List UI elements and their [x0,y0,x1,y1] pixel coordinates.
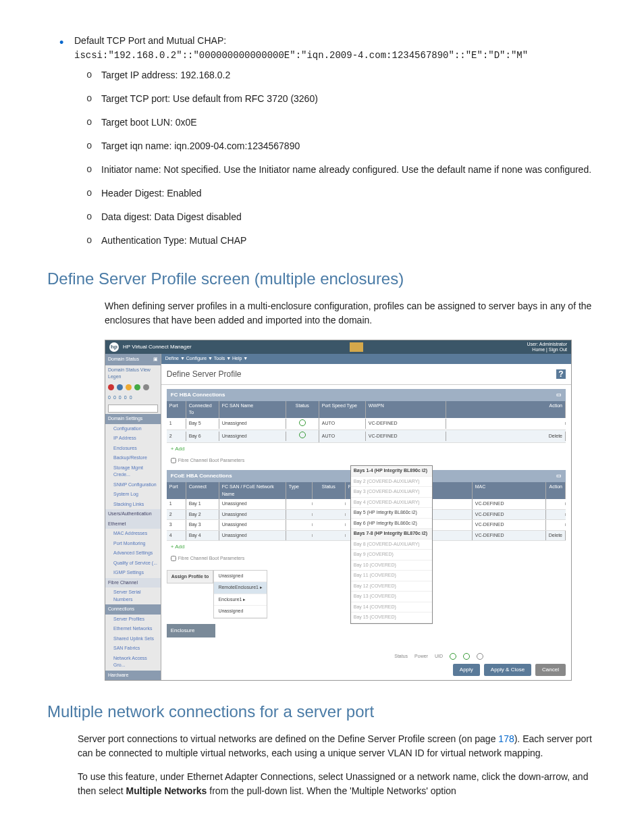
heading-multiple-network: Multiple network connections for a serve… [47,700,597,724]
sidebar-cat-fibre[interactable]: Fibre Channel [105,578,161,588]
bay-option[interactable]: Bay 3 (COVERED-AUXILIARY) [351,487,432,498]
sidebar-cat-users[interactable]: Users/Authentication [105,509,161,519]
bay-option[interactable]: Bay 12 (COVERED) [351,581,432,592]
bays-dropdown-list[interactable]: Bays 1-4 (HP Integrity BL890c i2)Bay 2 (… [350,465,433,624]
count-row: 00000 [105,392,161,404]
bay-option[interactable]: Bay 10 (COVERED) [351,561,432,571]
status-led-icon [450,653,456,660]
app-title: HP Virtual Connect Manager [123,343,192,351]
award-icon [350,342,363,352]
paragraph: To use this feature, under Ethernet Adap… [78,770,597,798]
paragraph: Server port connections to virtual netwo… [78,732,597,760]
table-row[interactable]: 2Bay 6UnassignedAUTOVC-DEFINEDDelete [167,430,566,443]
status-icon [108,384,114,390]
main-panel: Define ▼ Configure ▼ Tools ▼ Help ▼ Defi… [161,354,571,680]
heading-define-profile: Define Server Profile screen (multiple e… [47,267,597,291]
sidebar-item[interactable]: IP Address [105,434,161,444]
sidebar-domain-sub[interactable]: Domain Status View Legen [105,365,161,382]
sub-item: Data digest: Data Digest disabled [74,210,597,224]
sidebar-item[interactable]: IGMP Settings [105,568,161,578]
apply-close-button[interactable]: Apply & Close [484,664,531,676]
fc-section-header[interactable]: FC HBA Connections▭ [167,389,566,401]
apply-button[interactable]: Apply [453,664,480,676]
bold-text: Multiple Networks [126,785,207,796]
bay-option[interactable]: Bay 15 (COVERED) [351,613,432,623]
sidebar-item[interactable]: Storage Mgmt Crede... [105,463,161,480]
sidebar-section-settings[interactable]: Domain Settings [105,414,161,424]
sidebar-item[interactable]: Quality of Service (... [105,558,161,569]
menu-bar[interactable]: Define ▼ Configure ▼ Tools ▼ Help ▼ [161,354,571,364]
bay-option[interactable]: Bay 2 (COVERED-AUXILIARY) [351,477,432,488]
table-row[interactable]: 1Bay 5UnassignedAUTOVC-DEFINED [167,418,566,431]
status-icon [134,384,140,390]
home-signout-links[interactable]: Home | Sign Out [532,347,567,352]
sidebar-item[interactable]: Network Access Gro... [105,654,161,671]
code-text: iscsi:"192.168.0.2"::"000000000000000E":… [74,50,528,61]
sidebar-section-hardware[interactable]: Hardware [105,671,161,681]
page-title-row: Define Server Profile ? [161,364,571,385]
power-led-icon [463,653,470,660]
fc-boot-params-checkbox[interactable]: Fibre Channel Boot Parameters [167,455,566,467]
paragraph: When defining server profiles in a multi… [105,299,597,328]
bay-option[interactable]: Bay 5 (HP Integrity BL860c i2) [351,508,432,519]
bay-option[interactable]: Bay 6 (HP Integrity BL860c i2) [351,519,432,529]
add-fc-button[interactable]: + Add [167,443,566,455]
page-title: Define Server Profile [167,368,242,380]
assign-dropdown[interactable]: UnassignedRemoteEnclosure1 ▸Enclosure1 ▸… [213,570,267,619]
status-icon [126,384,132,390]
user-label: User: Administrator [527,342,567,346]
sidebar-item[interactable]: SNMP Configuration [105,480,161,490]
uid-led-icon [477,653,483,660]
bullet-item: Default TCP Port and Mutual CHAP: iscsi:… [47,34,597,248]
bay-option[interactable]: Bay 9 (COVERED) [351,550,432,561]
dropdown-option[interactable]: Unassigned [214,571,266,583]
bay-option[interactable]: Bays 7-8 (HP Integrity BL870c i2) [351,529,432,540]
sidebar-item[interactable]: Ethernet Networks [105,624,161,634]
dropdown-option[interactable]: Enclosure1 ▸ [214,594,266,606]
sub-list: Target IP address: 192.168.0.2Target TCP… [74,68,597,248]
bay-option[interactable]: Bay 11 (COVERED) [351,571,432,581]
sub-item: Target boot LUN: 0x0E [74,115,597,130]
sidebar-domain-status[interactable]: Domain Status▣ [105,354,161,365]
bullet-text: Default TCP Port and Mutual CHAP: [74,35,226,46]
sub-item: Target iqn name: iqn.2009-04.com:1234567… [74,139,597,153]
help-icon[interactable]: ? [556,369,566,379]
sidebar-item[interactable]: SAN Fabrics [105,644,161,654]
dropdown-option[interactable]: Unassigned [214,606,266,618]
app-titlebar: hp HP Virtual Connect Manager User: Admi… [105,340,571,354]
sidebar-item[interactable]: Enclosures [105,444,161,454]
sub-item: Header Digest: Enabled [74,186,597,201]
sidebar-item[interactable]: MAC Addresses [105,529,161,539]
sub-item: Target IP address: 192.168.0.2 [74,68,597,82]
sidebar-item[interactable]: Advanced Settings [105,548,161,558]
sub-item: Initiator name: Not specified. Use the I… [74,163,597,177]
action-buttons: Apply Apply & Close Cancel [453,664,566,676]
dropdown-option[interactable]: RemoteEnclosure1 ▸ [214,582,266,594]
page-link[interactable]: 178 [498,733,514,744]
embedded-screenshot: hp HP Virtual Connect Manager User: Admi… [105,340,572,681]
sidebar-cat-ethernet[interactable]: Ethernet [105,519,161,529]
sidebar-item[interactable]: Server Profiles [105,615,161,625]
sidebar-item[interactable]: Shared Uplink Sets [105,634,161,644]
sub-item: Authentication Type: Mutual CHAP [74,234,597,248]
bay-option[interactable]: Bay 8 (COVERED-AUXILIARY) [351,540,432,550]
sidebar-item[interactable]: Configuration [105,424,161,434]
find-input[interactable] [108,405,158,413]
sidebar-item[interactable]: Port Monitoring [105,539,161,549]
sidebar-item[interactable]: System Log [105,490,161,500]
sidebar: Domain Status▣ Domain Status View Legen … [105,354,161,680]
bay-option[interactable]: Bay 4 (COVERED-AUXILIARY) [351,498,432,509]
sidebar-item[interactable]: Backup/Restore [105,453,161,463]
bay-option[interactable]: Bays 1-4 (HP Integrity BL890c i2) [351,466,432,477]
sub-item: Target TCP port: Use default from RFC 37… [74,92,597,106]
sidebar-item[interactable]: Server Serial Numbers [105,588,161,604]
sidebar-section-connections[interactable]: Connections [105,604,161,615]
assign-label: Assign Profile to [167,570,214,584]
hp-logo-icon: hp [109,342,119,352]
bay-option[interactable]: Bay 13 (COVERED) [351,592,432,602]
cancel-button[interactable]: Cancel [535,664,566,676]
sidebar-item[interactable]: Stacking Links [105,500,161,510]
status-icon [117,384,123,390]
bay-option[interactable]: Bay 14 (COVERED) [351,602,432,613]
fc-table-header: PortConnected ToFC SAN NameStatusPort Sp… [167,401,566,418]
